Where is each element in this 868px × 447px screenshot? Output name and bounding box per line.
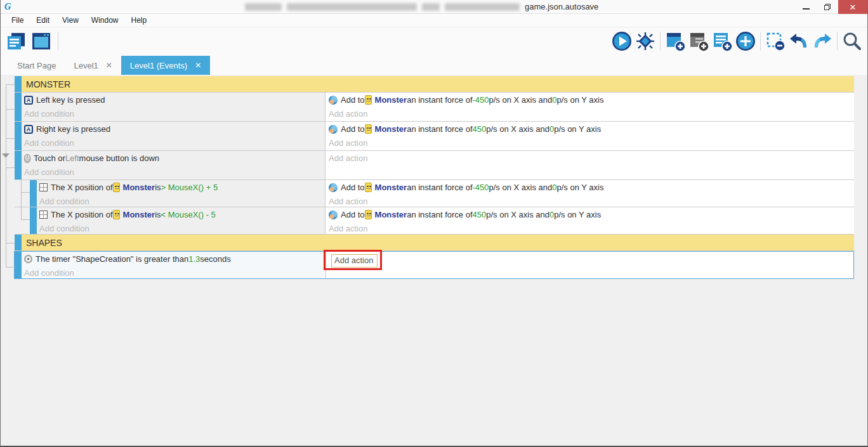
event-handle[interactable] xyxy=(30,180,37,207)
text-segment: an instant force of xyxy=(407,210,472,219)
text-segment: an instant force of xyxy=(407,95,472,105)
add-subevent-icon[interactable] xyxy=(687,30,710,53)
tab-bar: Start Page Level1 ✕ Level1 (Events) ✕ xyxy=(1,55,867,75)
event-row[interactable]: Right key is pressed Add condition Add t… xyxy=(15,122,854,151)
conditions-cell[interactable]: The timer "ShapeCreation" is greater tha… xyxy=(22,252,326,278)
tab-start-page[interactable]: Start Page xyxy=(8,56,65,75)
event-group-shapes[interactable]: SHAPES xyxy=(15,235,854,251)
conditions-cell[interactable]: The X position of Monster is > MouseX() … xyxy=(37,180,325,207)
add-action-button[interactable]: Add action xyxy=(329,109,367,119)
menu-file[interactable]: File xyxy=(6,15,29,26)
condition-line[interactable]: Right key is pressed xyxy=(24,122,325,136)
actions-cell[interactable]: Add to Monster an instant force of -450 … xyxy=(325,93,854,121)
project-manager-icon[interactable] xyxy=(4,30,27,53)
restore-button[interactable] xyxy=(817,0,838,14)
event-row[interactable]: Touch or Left mouse button is down Add c… xyxy=(15,151,854,180)
position-icon xyxy=(39,183,48,191)
tab-label: Level1 (Events) xyxy=(130,61,187,70)
text-segment: Touch or xyxy=(34,153,65,163)
event-handle[interactable] xyxy=(15,235,22,250)
add-condition-button[interactable]: Add condition xyxy=(24,138,74,148)
remove-event-icon[interactable] xyxy=(764,30,787,53)
add-comment-icon[interactable] xyxy=(711,30,733,53)
play-icon[interactable] xyxy=(610,30,633,53)
actions-cell[interactable]: Add to Monster an instant force of -450 … xyxy=(325,180,854,207)
monster-object-icon xyxy=(365,183,372,192)
condition-line[interactable]: The timer "ShapeCreation" is greater tha… xyxy=(24,252,326,266)
condition-line[interactable]: The X position of Monster is < MouseX() … xyxy=(39,207,325,222)
event-handle[interactable] xyxy=(15,252,22,278)
text-segment: 0 xyxy=(552,183,556,192)
tab-close-icon[interactable]: ✕ xyxy=(195,61,201,70)
event-handle[interactable] xyxy=(15,93,22,121)
menu-window[interactable]: Window xyxy=(86,15,124,26)
event-handle[interactable] xyxy=(30,207,37,234)
add-circle-icon[interactable] xyxy=(734,30,757,53)
add-condition-button[interactable]: Add condition xyxy=(39,224,89,233)
menu-view[interactable]: View xyxy=(56,15,84,26)
tree-branch xyxy=(6,138,15,139)
minimize-button[interactable] xyxy=(795,0,817,14)
add-action-button[interactable]: Add action xyxy=(329,138,367,148)
tab-level1[interactable]: Level1 ✕ xyxy=(65,56,121,75)
text-segment: 450 xyxy=(473,210,487,219)
menu-help[interactable]: Help xyxy=(126,15,153,26)
sub-event-row[interactable]: The X position of Monster is > MouseX() … xyxy=(15,180,854,207)
tree-branch xyxy=(6,243,15,243)
text-segment: p/s on Y axis xyxy=(557,183,604,192)
add-condition-button[interactable]: Add condition xyxy=(24,109,74,119)
debug-icon[interactable] xyxy=(634,30,657,53)
menu-edit[interactable]: Edit xyxy=(30,15,55,26)
tab-close-icon[interactable]: ✕ xyxy=(106,61,112,70)
add-condition-button[interactable]: Add condition xyxy=(39,197,89,206)
text-segment: is xyxy=(155,183,161,192)
undo-icon[interactable] xyxy=(787,30,810,53)
add-condition-button[interactable]: Add condition xyxy=(24,268,74,278)
actions-cell[interactable]: Add action xyxy=(325,151,854,179)
sub-event-row[interactable]: The X position of Monster is < MouseX() … xyxy=(15,207,854,235)
condition-line[interactable]: Touch or Left mouse button is down xyxy=(24,151,325,165)
add-event-icon[interactable] xyxy=(664,30,687,53)
text-segment: p/s on Y axis xyxy=(554,210,601,219)
close-button[interactable]: ✕ xyxy=(838,0,867,14)
redo-icon[interactable] xyxy=(811,30,834,53)
conditions-cell[interactable]: Touch or Left mouse button is down Add c… xyxy=(22,151,325,179)
search-icon[interactable] xyxy=(841,30,864,53)
action-line[interactable]: Add to Monster an instant force of -450 … xyxy=(329,180,854,195)
actions-cell[interactable]: Add to Monster an instant force of 450 p… xyxy=(325,122,854,150)
window-title: game.json.autosave xyxy=(245,2,598,11)
event-handle[interactable] xyxy=(15,122,22,150)
monster-object-icon xyxy=(113,210,120,219)
text-segment: p/s on Y axis xyxy=(557,95,604,105)
conditions-cell[interactable]: Left key is pressed Add condition xyxy=(22,93,325,121)
collapse-arrow-icon[interactable] xyxy=(2,153,10,158)
condition-line[interactable]: Left key is pressed xyxy=(24,93,325,107)
action-line[interactable]: Add to Monster an instant force of 450 p… xyxy=(329,207,854,222)
actions-cell[interactable]: Add action xyxy=(326,252,853,278)
text-segment: The X position of xyxy=(51,210,113,219)
force-icon xyxy=(329,211,338,219)
event-handle[interactable] xyxy=(15,76,22,92)
text-segment: Monster xyxy=(375,95,407,105)
text-segment: p/s on Y axis xyxy=(554,124,601,134)
add-condition-button[interactable]: Add condition xyxy=(24,167,74,177)
event-group-monster[interactable]: MONSTER xyxy=(15,76,854,93)
group-label: SHAPES xyxy=(22,235,854,250)
event-row[interactable]: Left key is pressed Add condition Add to… xyxy=(15,93,854,122)
text-segment: Monster xyxy=(375,183,407,192)
actions-cell[interactable]: Add to Monster an instant force of 450 p… xyxy=(325,207,854,234)
action-line[interactable]: Add to Monster an instant force of 450 p… xyxy=(329,122,854,136)
add-action-button[interactable]: Add action xyxy=(329,224,367,233)
action-line[interactable]: Add to Monster an instant force of -450 … xyxy=(329,93,854,107)
scene-editor-icon[interactable] xyxy=(30,30,53,53)
text-segment: Add to xyxy=(341,183,365,192)
tab-level1-events[interactable]: Level1 (Events) ✕ xyxy=(121,56,210,75)
event-row-selected[interactable]: The timer "ShapeCreation" is greater tha… xyxy=(14,251,854,279)
add-action-button[interactable]: Add action xyxy=(329,153,367,163)
add-action-button[interactable]: Add action xyxy=(329,197,367,206)
conditions-cell[interactable]: Right key is pressed Add condition xyxy=(22,122,325,150)
conditions-cell[interactable]: The X position of Monster is < MouseX() … xyxy=(37,207,325,234)
add-action-button-focused[interactable]: Add action xyxy=(331,254,378,268)
event-handle[interactable] xyxy=(15,151,22,179)
condition-line[interactable]: The X position of Monster is > MouseX() … xyxy=(39,180,325,195)
